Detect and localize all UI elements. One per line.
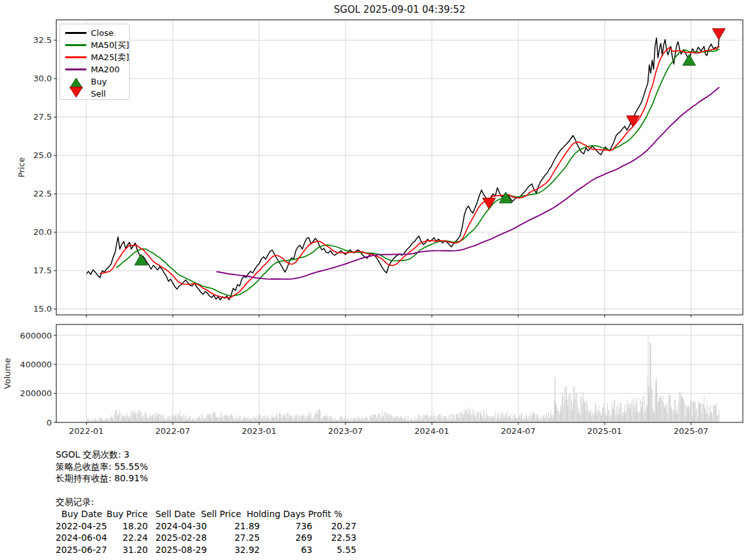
- svg-text:2024-01: 2024-01: [415, 426, 449, 436]
- svg-text:30.0: 30.0: [33, 74, 52, 83]
- legend-line-swatch: [65, 68, 86, 70]
- ma50-line: [116, 49, 719, 296]
- svg-text:600000: 600000: [20, 331, 52, 340]
- volume-bars: [86, 335, 719, 422]
- trade-row: 2025-06-27 31.20 2025-08-29 32.92 63 5.5…: [56, 544, 356, 556]
- trade-row: 2024-06-04 22.24 2025-02-28 27.25 269 22…: [56, 532, 356, 544]
- svg-text:2025-07: 2025-07: [674, 426, 708, 436]
- legend-line-swatch: [65, 56, 86, 58]
- legend-item-ma25: MA25[卖]: [65, 51, 128, 63]
- trade-records-label: 交易记录:: [56, 496, 356, 508]
- svg-text:22.5: 22.5: [33, 189, 52, 198]
- legend-label: Close: [91, 28, 113, 38]
- chart-legend: CloseMA50[买]MA25[卖]MA200BuySell: [60, 24, 130, 100]
- svg-text:2025-01: 2025-01: [587, 426, 622, 436]
- svg-text:27.5: 27.5: [33, 112, 52, 122]
- svg-text:2022-07: 2022-07: [155, 426, 190, 436]
- ma200-line: [216, 87, 719, 279]
- sell-triangle-icon: [65, 90, 86, 99]
- legend-line-swatch: [65, 32, 86, 34]
- ma25-line: [100, 46, 719, 298]
- volume-panel-border: [56, 324, 743, 422]
- legend-item-ma50: MA50[买]: [65, 39, 128, 51]
- svg-text:15.0: 15.0: [33, 304, 52, 314]
- svg-text:0: 0: [47, 418, 52, 428]
- col-profit-pct: Profit %: [312, 508, 356, 520]
- legend-item-sell: Sell: [65, 88, 128, 100]
- svg-text:17.5: 17.5: [33, 266, 52, 275]
- trade-count-line: SGOL 交易次数: 3: [56, 449, 356, 461]
- blank-line: [56, 484, 356, 497]
- legend-label: MA50[买]: [91, 40, 129, 51]
- svg-text:32.5: 32.5: [33, 35, 52, 45]
- col-buy-date: Buy Date: [56, 508, 106, 520]
- legend-item-close: Close: [65, 27, 128, 39]
- legend-line-swatch: [65, 44, 86, 46]
- buy-marker: [683, 54, 695, 65]
- figure: 15.017.520.022.525.027.530.032.502000004…: [0, 0, 755, 560]
- trade-row: 2022-04-25 18.20 2024-04-30 21.89 736 20…: [56, 520, 356, 532]
- trade-table-header: Buy Date Buy Price Sell Date Sell Price …: [56, 508, 356, 520]
- svg-text:2024-07: 2024-07: [501, 426, 536, 436]
- svg-text:2023-07: 2023-07: [328, 426, 363, 436]
- strategy-return-line: 策略总收益率: 55.55%: [56, 461, 356, 473]
- col-buy-price: Buy Price: [106, 508, 148, 520]
- volume-axis-label: Volume: [3, 358, 12, 388]
- hold-return-line: 长期持有收益: 80.91%: [56, 472, 356, 484]
- svg-text:25.0: 25.0: [33, 150, 52, 160]
- legend-item-ma200: MA200: [65, 63, 128, 76]
- legend-label: MA25[卖]: [91, 52, 129, 63]
- svg-text:200000: 200000: [20, 388, 52, 398]
- strategy-stats: SGOL 交易次数: 3 策略总收益率: 55.55% 长期持有收益: 80.9…: [56, 449, 356, 556]
- sell-marker: [712, 29, 725, 40]
- svg-text:2023-01: 2023-01: [242, 426, 276, 436]
- svg-text:2022-01: 2022-01: [69, 426, 104, 436]
- legend-label: Buy: [91, 77, 107, 86]
- legend-label: Sell: [91, 89, 106, 99]
- legend-label: MA200: [91, 65, 120, 74]
- chart-title: SGOL 2025-09-01 04:39:52: [56, 4, 743, 15]
- col-holding-days: Holding Days: [260, 508, 312, 520]
- svg-text:400000: 400000: [20, 360, 52, 369]
- price-axis-label: Price: [17, 157, 26, 178]
- svg-text:20.0: 20.0: [33, 227, 52, 237]
